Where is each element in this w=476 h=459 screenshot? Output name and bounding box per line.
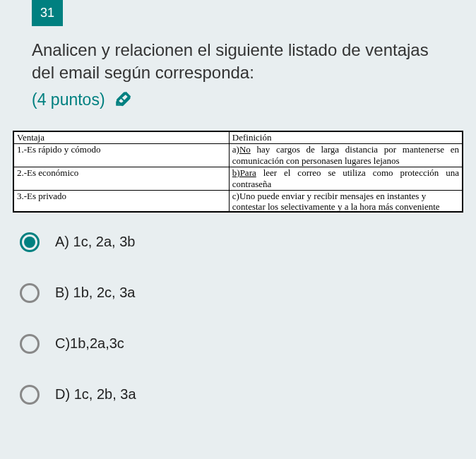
option-label: C)1b,2a,3c	[55, 335, 124, 352]
question-number-badge: 31	[32, 0, 63, 26]
option-label: D) 1c, 2b, 3a	[55, 386, 136, 403]
question-text: Analicen y relacionen el siguiente lista…	[32, 39, 444, 85]
option-d[interactable]: D) 1c, 2b, 3a	[20, 385, 476, 405]
table-header-right: Definición	[229, 131, 462, 143]
table-row: 1.-Es rápido y cómodo a)No hay cargos de…	[14, 143, 463, 167]
table-row: 2.-Es económico b)Para leer el correo se…	[14, 167, 463, 190]
eraser-icon[interactable]	[114, 90, 132, 109]
option-label: A) 1c, 2a, 3b	[55, 234, 135, 250]
table-cell-right: a)No hay cargos de larga distancia por m…	[229, 143, 462, 167]
radio-icon[interactable]	[20, 385, 40, 405]
table-cell-left: 2.-Es económico	[14, 167, 230, 190]
radio-icon[interactable]	[20, 334, 40, 354]
table-cell-right: b)Para leer el correo se utiliza como pr…	[229, 167, 462, 190]
table-header-left: Ventaja	[14, 131, 230, 143]
option-b[interactable]: B) 1b, 2c, 3a	[20, 283, 476, 303]
option-label: B) 1b, 2c, 3a	[55, 285, 135, 301]
table-cell-left: 1.-Es rápido y cómodo	[14, 143, 230, 167]
option-a[interactable]: A) 1c, 2a, 3b	[20, 232, 476, 252]
matching-table: Ventaja Definición 1.-Es rápido y cómodo…	[13, 131, 463, 213]
option-c[interactable]: C)1b,2a,3c	[20, 334, 476, 354]
points-row: (4 puntos)	[32, 90, 444, 109]
table-cell-right: c)Uno puede enviar y recibir mensajes en…	[229, 190, 462, 211]
svg-line-1	[120, 97, 126, 102]
options-group: A) 1c, 2a, 3b B) 1b, 2c, 3a C)1b,2a,3c D…	[20, 232, 476, 405]
points-label: (4 puntos)	[32, 90, 105, 109]
table-cell-left: 3.-Es privado	[14, 190, 230, 211]
radio-icon[interactable]	[20, 283, 40, 303]
table-row: 3.-Es privado c)Uno puede enviar y recib…	[14, 190, 463, 211]
radio-selected-icon[interactable]	[20, 232, 40, 252]
